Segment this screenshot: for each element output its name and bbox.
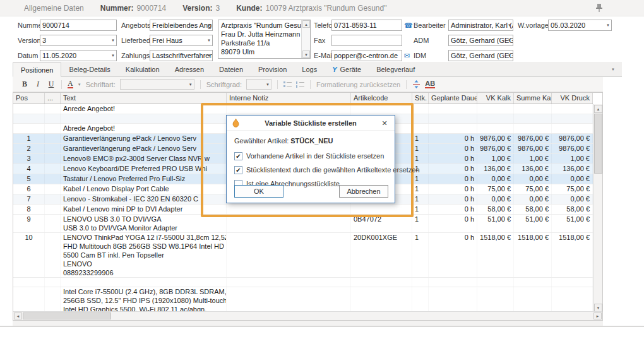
fax-input[interactable]	[331, 35, 402, 46]
font-family-select[interactable]: ▼	[120, 79, 194, 90]
tab-adressen[interactable]: Adressen	[167, 62, 212, 76]
scroll-left-icon[interactable]: ◄	[14, 312, 22, 319]
lieferbed-select[interactable]: Frei Haus▼	[150, 35, 213, 46]
artikelcode-cell	[351, 205, 412, 214]
chevron-down-icon: ▼	[606, 23, 610, 27]
column-header-3[interactable]: Interne Notiz	[227, 93, 351, 104]
mail-icon[interactable]: ✉	[404, 52, 410, 59]
header-kunde-label: Kunde:	[236, 4, 262, 13]
bold-button[interactable]: B	[20, 80, 29, 89]
address-scrollbar[interactable]: ▲ ▼	[301, 20, 310, 58]
tab-positionen[interactable]: Positionen	[13, 62, 61, 77]
summe-kalk-cell: 75,00 €	[514, 184, 552, 194]
ok-button[interactable]: OK	[234, 185, 283, 198]
datum-select[interactable]: 11.05.2020▼	[40, 50, 117, 61]
table-row[interactable]: Intel Core i7-5500U (2.4 GHz), 8GB DDR3L…	[13, 287, 593, 312]
adm-select[interactable]: Götz, Gerhard (GEGO)▼	[448, 35, 513, 46]
vk-kalk-cell: 1,00 €	[477, 154, 514, 164]
scroll-up-icon[interactable]: ▲	[594, 105, 602, 113]
dots-cell	[45, 215, 61, 232]
phone-icon[interactable]: ☎	[404, 22, 413, 29]
reset-format-button[interactable]: Formatierung zurücksetzen	[316, 81, 400, 88]
tab-belegverlauf[interactable]: Belegverlauf	[369, 62, 422, 76]
text-cell: Garantieverlängerung ePack / Lenovo Serv	[61, 134, 227, 143]
spellcheck-icon[interactable]: AB	[425, 80, 435, 88]
column-header-7[interactable]: VK Kalk	[477, 93, 514, 104]
checkbox-checked[interactable]: ✔	[234, 152, 242, 160]
vk-druck-cell: 9876,00 €	[552, 134, 593, 143]
font-size-label: Schriftgrad:	[206, 81, 242, 88]
tab-kalkulation[interactable]: Kalkulation	[118, 62, 167, 76]
chevron-down-icon[interactable]: ▼	[78, 83, 81, 86]
header-version-label: Version:	[182, 4, 212, 13]
column-header-4[interactable]: Artikelcode	[351, 93, 412, 104]
pin-icon[interactable]	[595, 3, 604, 13]
address-textarea[interactable]: Arztpraxis "Rundum Gesund"Frau Dr. Jutta…	[218, 20, 311, 59]
tab-dateien[interactable]: Dateien	[212, 62, 251, 76]
dots-cell	[45, 154, 61, 164]
angebotsk-select[interactable]: Freibleibendes Angebot▼	[150, 20, 213, 31]
geplante-dauer-cell: 0 h	[429, 215, 477, 232]
vk-druck-cell: 9876,00 €	[552, 144, 593, 153]
selected-article-value: STÜCK_NEU	[290, 137, 333, 145]
adm-value: Götz, Gerhard (GEGO)	[451, 37, 513, 44]
idm-value: Götz, Gerhard (GEGO)	[451, 52, 513, 59]
scroll-down-icon[interactable]: ▼	[302, 51, 310, 58]
cancel-button[interactable]: Abbrechen	[339, 185, 388, 198]
table-row[interactable]: 8Kabel / Lenovo mini DP to DVI Adapter10…	[13, 205, 593, 215]
tab-geräte[interactable]: YGeräte	[325, 62, 369, 76]
dots-cell	[45, 144, 61, 153]
column-header-0[interactable]: Pos	[13, 93, 45, 104]
close-icon[interactable]: ✕	[379, 118, 390, 128]
dialog-titlebar[interactable]: Variable Stückliste erstellen ✕	[227, 116, 395, 131]
horizontal-scrollbar[interactable]: ◄ ►	[13, 311, 602, 320]
italic-button[interactable]: I	[33, 80, 42, 89]
table-row[interactable]	[13, 278, 593, 287]
vk-druck-cell: 1,00 €	[552, 154, 593, 164]
scroll-right-icon[interactable]: ►	[593, 312, 602, 319]
geplante-dauer-cell: 0 h	[429, 164, 477, 174]
pos-cell	[13, 287, 45, 312]
scrollbar-thumb[interactable]	[23, 312, 111, 319]
email-input[interactable]: popper@c-entron.de	[331, 50, 402, 61]
vertical-scrollbar[interactable]: ▲ ▼	[593, 104, 602, 312]
underline-button[interactable]: U	[47, 80, 56, 89]
column-header-1[interactable]: ...	[45, 93, 61, 104]
version-select[interactable]: 3▼	[40, 35, 117, 46]
bearbeiter-select[interactable]: Administrator, Karl (ADM)▼	[448, 20, 513, 31]
column-header-8[interactable]: Summe Kalk	[514, 93, 552, 104]
nummer-input[interactable]: 9000714	[40, 20, 117, 31]
tab-beleg-details[interactable]: Beleg-Details	[61, 62, 117, 76]
scrollbar-thumb[interactable]	[594, 114, 602, 174]
checkbox-checked[interactable]: ✔	[234, 166, 242, 174]
tab-provision[interactable]: Provision	[251, 62, 294, 76]
table-row[interactable]: Anrede Angebot!	[13, 104, 593, 114]
summe-kalk-cell: 51,00 €	[514, 215, 552, 232]
pos-cell: 7	[13, 194, 45, 204]
dots-cell	[45, 184, 61, 194]
table-row[interactable]: 9LENOVO USB 3.0 TO DVI/VGAUSB 3.0 to DVI…	[13, 215, 593, 233]
telefon-input[interactable]: 0731-8593-11	[331, 20, 402, 31]
column-header-9[interactable]: VK Druck	[552, 93, 593, 104]
scroll-up-icon[interactable]: ▲	[302, 20, 310, 28]
dots-cell	[45, 233, 61, 277]
tab-label: Kalkulation	[126, 62, 160, 76]
tab-logs[interactable]: Logs	[294, 62, 325, 76]
table-row[interactable]: 10LENOVO ThinkPad YOGA 12 i7-5500U 31,8c…	[13, 233, 593, 278]
bullet-list-icon[interactable]	[283, 81, 292, 88]
separator	[406, 80, 407, 89]
line-spacing-icon[interactable]	[412, 80, 420, 88]
column-header-6[interactable]: Geplante Dauer	[429, 93, 477, 104]
font-color-button[interactable]: A	[68, 80, 73, 88]
zahlungsk-select[interactable]: Lastschriftverfahren▼	[150, 50, 213, 61]
wvorlage-select[interactable]: 05.03.2020▼	[548, 20, 612, 31]
vk-kalk-cell: 58,00 €	[477, 205, 514, 214]
font-size-select[interactable]: ▼	[246, 79, 271, 90]
column-header-5[interactable]: Stk.	[412, 93, 429, 104]
tab-overflow-icon[interactable]: ▼	[611, 68, 635, 71]
column-header-2[interactable]: Text	[61, 93, 227, 104]
text-cell	[61, 114, 227, 123]
chevron-down-icon: ▼	[207, 39, 211, 42]
idm-select[interactable]: Götz, Gerhard (GEGO)▼	[448, 50, 513, 61]
numbered-list-icon[interactable]	[296, 81, 304, 88]
